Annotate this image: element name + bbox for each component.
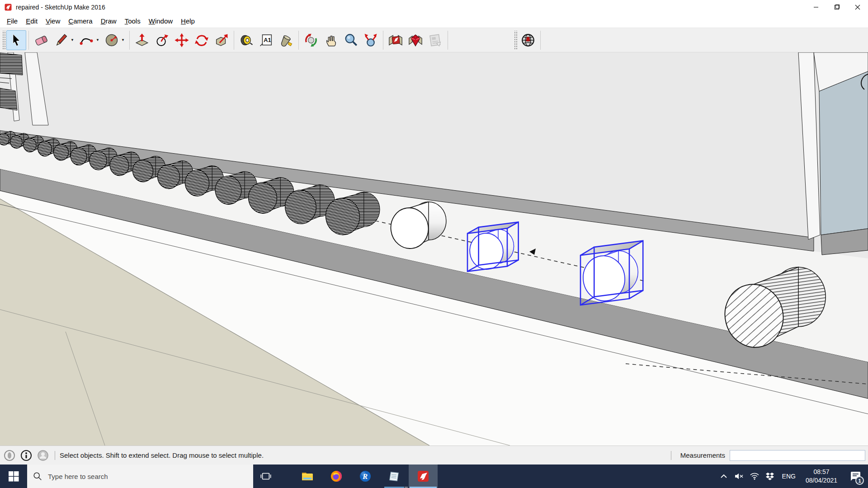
menu-window[interactable]: Window (145, 16, 177, 26)
edge-clipped-cylinder-1 (0, 53, 23, 75)
push-pull-tool-button[interactable] (132, 30, 152, 50)
menu-edit[interactable]: Edit (22, 16, 42, 26)
arc-tool-button[interactable] (76, 30, 96, 50)
measurements-input[interactable] (730, 450, 865, 461)
zoom-extents-tool-button[interactable] (361, 30, 381, 50)
extension-warehouse-button[interactable] (406, 30, 425, 50)
menu-camera[interactable]: Camera (64, 16, 96, 26)
measurements-separator (671, 451, 671, 460)
pan-hand-icon (323, 33, 339, 48)
paint-bucket-icon (278, 33, 294, 48)
rotate-tool-button[interactable] (192, 30, 212, 50)
layout-button-disabled (425, 30, 445, 50)
location-toolbar-drag-handle[interactable] (514, 31, 517, 50)
move-tool-button[interactable] (172, 30, 192, 50)
task-view-icon (260, 470, 272, 482)
system-tray: ENG 08:57 08/04/2021 1 (716, 465, 868, 488)
scale-tool-button[interactable] (212, 30, 231, 50)
taskbar-apps: R (293, 465, 438, 488)
add-location-button[interactable] (518, 30, 538, 50)
pencil-icon (53, 33, 69, 48)
credits-info-icon[interactable] (20, 450, 32, 461)
search-icon (33, 471, 42, 481)
action-center-button[interactable]: 1 (843, 465, 868, 488)
clock-time: 08:57 (806, 468, 837, 476)
orbit-tool-button[interactable] (301, 30, 321, 50)
start-button[interactable] (0, 465, 27, 488)
title-bar: repaired - SketchUp Make 2016 (0, 0, 868, 14)
svg-text:R: R (362, 472, 368, 481)
taskbar-app-notepad[interactable] (380, 465, 409, 488)
search-placeholder: Type here to search (48, 473, 108, 480)
line-tool-button[interactable] (51, 30, 71, 50)
zoom-icon (343, 33, 359, 48)
text-icon: A1 (259, 33, 274, 48)
maximize-button[interactable] (826, 0, 847, 14)
language-indicator[interactable]: ENG (778, 473, 800, 480)
circle-icon (104, 33, 119, 48)
edge-clipped-cylinder-2 (0, 88, 17, 110)
modeling-viewport[interactable] (0, 52, 868, 446)
line-tool-dropdown[interactable]: ▼ (69, 30, 75, 50)
sign-in-avatar-icon[interactable] (37, 450, 49, 461)
measurements-label: Measurements (680, 451, 725, 459)
tray-chevron-up-icon[interactable] (716, 465, 731, 488)
toolbar-drag-handle[interactable] (2, 31, 5, 50)
menu-bar: File Edit View Camera Draw Tools Window … (0, 14, 868, 28)
text-tool-button[interactable]: A1 (256, 30, 276, 50)
select-tool-button[interactable] (6, 30, 26, 50)
pan-tool-button[interactable] (321, 30, 341, 50)
taskbar-search-box[interactable]: Type here to search (27, 465, 253, 488)
sketchup-logo-icon (4, 3, 12, 11)
tape-measure-tool-button[interactable] (236, 30, 256, 50)
circle-tool-dropdown[interactable]: ▼ (120, 30, 126, 50)
3d-warehouse-button[interactable] (386, 30, 406, 50)
firefox-icon (330, 469, 343, 483)
menu-draw[interactable]: Draw (97, 16, 121, 26)
menu-file[interactable]: File (3, 16, 22, 26)
3d-warehouse-icon (388, 33, 403, 48)
notification-badge: 1 (855, 476, 864, 485)
eraser-tool-button[interactable] (31, 30, 51, 50)
windows-taskbar: Type here to search (0, 465, 868, 488)
file-explorer-icon (301, 469, 314, 483)
taskbar-app-r-media[interactable]: R (351, 465, 380, 488)
menu-help[interactable]: Help (177, 16, 199, 26)
zoom-tool-button[interactable] (341, 30, 361, 50)
zoom-extents-icon (363, 33, 378, 48)
rotate-icon (194, 33, 209, 48)
wifi-icon[interactable] (747, 465, 762, 488)
push-pull-icon (134, 33, 150, 48)
select-arrow-icon (9, 33, 24, 48)
arc-tool-dropdown[interactable]: ▼ (94, 30, 101, 50)
clock[interactable]: 08:57 08/04/2021 (800, 468, 843, 485)
r-media-icon: R (359, 469, 372, 483)
arc-icon (79, 33, 94, 48)
geolocation-status-icon[interactable] (4, 450, 15, 461)
minimize-button[interactable] (806, 0, 826, 14)
follow-me-tool-button[interactable] (152, 30, 172, 50)
svg-text:A1: A1 (264, 36, 271, 43)
close-button[interactable] (847, 0, 868, 14)
sketchup-taskbar-icon (416, 469, 430, 483)
sketchup-window: repaired - SketchUp Make 2016 File Edit … (0, 0, 868, 488)
dropbox-icon[interactable] (762, 465, 778, 488)
taskbar-app-firefox[interactable] (322, 465, 351, 488)
taskbar-app-sketchup[interactable] (409, 465, 438, 488)
eraser-icon (33, 33, 49, 48)
taskbar-app-file-explorer[interactable] (293, 465, 322, 488)
menu-tools[interactable]: Tools (121, 16, 145, 26)
menu-view[interactable]: View (42, 16, 64, 26)
task-view-button[interactable] (253, 465, 278, 488)
status-separator (55, 451, 55, 460)
scale-icon (214, 33, 229, 48)
windows-logo-icon (8, 470, 19, 482)
volume-muted-icon[interactable] (731, 465, 747, 488)
circle-tool-button[interactable] (102, 30, 122, 50)
orbit-icon (303, 33, 319, 48)
window-title: repaired - SketchUp Make 2016 (16, 4, 105, 11)
paint-bucket-tool-button[interactable] (276, 30, 296, 50)
layout-icon (428, 33, 443, 48)
extension-warehouse-ruby-icon (408, 33, 423, 48)
clock-date: 08/04/2021 (806, 476, 837, 485)
